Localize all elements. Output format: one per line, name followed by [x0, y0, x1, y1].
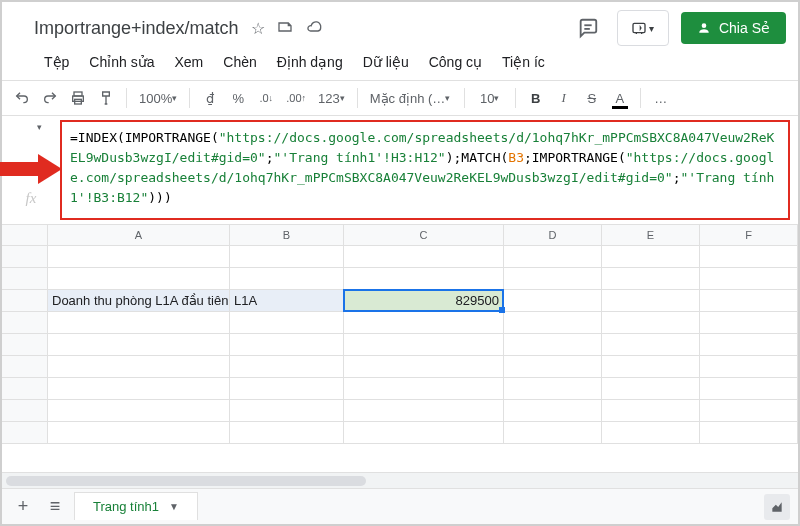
cell[interactable]	[48, 312, 230, 334]
cell[interactable]	[230, 378, 344, 400]
row-header[interactable]	[2, 400, 48, 422]
document-title[interactable]: Importrange+index/match	[34, 18, 239, 39]
menu-file[interactable]: Tệp	[34, 50, 79, 74]
redo-icon[interactable]	[38, 85, 62, 111]
formula-bar[interactable]: =INDEX(IMPORTRANGE("https://docs.google.…	[60, 120, 790, 220]
cell[interactable]	[504, 312, 602, 334]
cell-c3[interactable]: 829500	[344, 290, 504, 312]
cell[interactable]	[344, 400, 504, 422]
cell[interactable]	[602, 378, 700, 400]
col-header-c[interactable]: C	[344, 225, 504, 245]
cell[interactable]	[700, 334, 798, 356]
italic-button[interactable]: I	[552, 85, 576, 111]
cell[interactable]	[344, 246, 504, 268]
cell[interactable]	[700, 356, 798, 378]
cell[interactable]	[504, 246, 602, 268]
row-header[interactable]	[2, 422, 48, 444]
cell[interactable]	[700, 268, 798, 290]
cell[interactable]	[602, 246, 700, 268]
currency-button[interactable]: ₫	[198, 85, 222, 111]
cloud-status-icon[interactable]	[305, 19, 323, 38]
menu-insert[interactable]: Chèn	[213, 50, 266, 74]
row-header[interactable]	[2, 268, 48, 290]
cell[interactable]	[504, 290, 602, 312]
cell[interactable]	[700, 378, 798, 400]
cell[interactable]	[48, 356, 230, 378]
number-format-select[interactable]: 123	[314, 85, 349, 111]
cell[interactable]	[602, 422, 700, 444]
increase-decimal-button[interactable]: .00↑	[282, 85, 310, 111]
zoom-select[interactable]: 100%	[135, 85, 181, 111]
comments-icon[interactable]	[571, 11, 605, 45]
percent-button[interactable]: %	[226, 85, 250, 111]
cell[interactable]	[700, 290, 798, 312]
cell-a3[interactable]: Doanh thu phòng L1A đầu tiên	[48, 290, 230, 312]
col-header-b[interactable]: B	[230, 225, 344, 245]
explore-icon[interactable]	[764, 494, 790, 520]
col-header-f[interactable]: F	[700, 225, 798, 245]
spreadsheet-grid[interactable]: Doanh thu phòng L1A đầu tiên L1A 829500	[2, 246, 798, 472]
row-header[interactable]	[2, 290, 48, 312]
select-all-cell[interactable]	[2, 225, 48, 245]
cell[interactable]	[504, 378, 602, 400]
menu-view[interactable]: Xem	[165, 50, 214, 74]
paint-format-icon[interactable]	[94, 85, 118, 111]
cell[interactable]	[230, 400, 344, 422]
cell[interactable]	[230, 334, 344, 356]
share-button[interactable]: Chia Sẻ	[681, 12, 786, 44]
menu-tools[interactable]: Công cụ	[419, 50, 492, 74]
cell[interactable]	[504, 400, 602, 422]
cell[interactable]	[344, 334, 504, 356]
row-header[interactable]	[2, 312, 48, 334]
cell[interactable]	[344, 378, 504, 400]
font-select[interactable]: Mặc định (…	[366, 85, 456, 111]
row-header[interactable]	[2, 356, 48, 378]
cell[interactable]	[48, 268, 230, 290]
decrease-decimal-button[interactable]: .0↓	[254, 85, 278, 111]
move-icon[interactable]	[277, 19, 293, 38]
cell-b3[interactable]: L1A	[230, 290, 344, 312]
sheet-tab-active[interactable]: Trang tính1 ▼	[74, 492, 198, 520]
toolbar-more-icon[interactable]: …	[649, 85, 673, 111]
cell[interactable]	[48, 378, 230, 400]
cell[interactable]	[230, 422, 344, 444]
cell[interactable]	[230, 356, 344, 378]
menu-extensions[interactable]: Tiện íc	[492, 50, 555, 74]
undo-icon[interactable]	[10, 85, 34, 111]
cell[interactable]	[602, 400, 700, 422]
font-size-select[interactable]: 10	[473, 85, 507, 111]
cell[interactable]	[700, 422, 798, 444]
menu-data[interactable]: Dữ liệu	[353, 50, 419, 74]
horizontal-scrollbar[interactable]	[2, 472, 798, 488]
cell[interactable]	[504, 356, 602, 378]
cell[interactable]	[504, 334, 602, 356]
menu-edit[interactable]: Chỉnh sửa	[79, 50, 164, 74]
cell[interactable]	[48, 334, 230, 356]
cell[interactable]	[700, 400, 798, 422]
cell[interactable]	[602, 268, 700, 290]
cell[interactable]	[602, 290, 700, 312]
cell[interactable]	[230, 312, 344, 334]
cell[interactable]	[700, 312, 798, 334]
cell[interactable]	[504, 268, 602, 290]
text-color-button[interactable]: A	[608, 85, 632, 111]
cell[interactable]	[230, 246, 344, 268]
row-header[interactable]	[2, 378, 48, 400]
cell[interactable]	[344, 422, 504, 444]
star-icon[interactable]: ☆	[251, 19, 265, 38]
name-box[interactable]	[2, 116, 48, 132]
present-button[interactable]: ▾	[617, 10, 669, 46]
strikethrough-button[interactable]: S	[580, 85, 604, 111]
menu-format[interactable]: Định dạng	[267, 50, 353, 74]
all-sheets-icon[interactable]: ≡	[42, 494, 68, 520]
row-header[interactable]	[2, 334, 48, 356]
cell[interactable]	[344, 312, 504, 334]
cell[interactable]	[602, 356, 700, 378]
cell[interactable]	[48, 400, 230, 422]
cell[interactable]	[48, 246, 230, 268]
bold-button[interactable]: B	[524, 85, 548, 111]
col-header-e[interactable]: E	[602, 225, 700, 245]
cell[interactable]	[602, 312, 700, 334]
print-icon[interactable]	[66, 85, 90, 111]
cell[interactable]	[602, 334, 700, 356]
